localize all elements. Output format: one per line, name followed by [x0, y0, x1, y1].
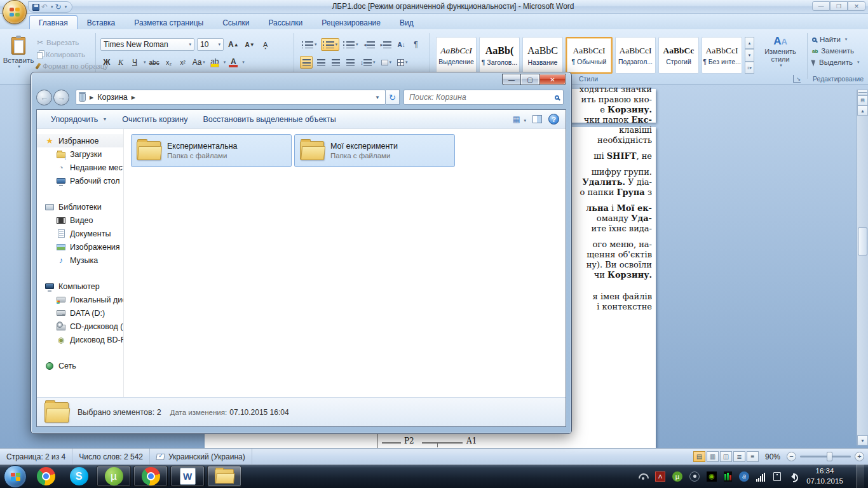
sidebar-item[interactable]: Музыка — [37, 254, 123, 267]
address-history-icon[interactable]: ▼ — [372, 95, 383, 100]
multilevel-list-button[interactable]: ▾ — [341, 38, 360, 51]
sidebar-item[interactable]: Компьютер — [37, 280, 123, 293]
zoom-in-button[interactable]: + — [855, 452, 864, 461]
paste-dropdown-icon[interactable]: ▾ — [18, 64, 20, 69]
strikethrough-button[interactable]: abc — [147, 56, 161, 69]
zoom-out-button[interactable]: − — [787, 452, 796, 461]
zoom-level[interactable]: 90% — [765, 452, 780, 461]
folder-content[interactable]: ЕкспериментальнаПапка с файламиМої експе… — [125, 129, 566, 397]
style-cell[interactable]: AaBbCcIПодзагол... — [615, 37, 656, 74]
font-color-button[interactable]: А — [227, 56, 240, 69]
styles-scroll-down-icon[interactable]: ▼ — [745, 49, 754, 61]
style-cell[interactable]: AaBbCcСтрогий — [658, 37, 699, 74]
align-left-button[interactable] — [300, 56, 313, 69]
style-cell[interactable]: AaBbCcIВыделение — [436, 37, 477, 74]
draft-view-button[interactable]: ≡ — [747, 451, 759, 462]
preview-pane-icon[interactable] — [532, 115, 542, 123]
styles-more-icon[interactable]: ≡▾ — [745, 62, 754, 74]
zoom-slider[interactable] — [800, 456, 851, 458]
toolbar-item[interactable]: Очистить корзину — [114, 112, 195, 126]
style-cell[interactable]: AaBbCcI¶ Обычный — [566, 37, 613, 74]
underline-button[interactable]: Ч — [128, 56, 141, 69]
justify-button[interactable] — [344, 56, 356, 69]
web-layout-view-button[interactable]: ◫ — [720, 451, 732, 462]
signal-icon[interactable] — [756, 471, 766, 482]
start-button[interactable] — [4, 465, 27, 488]
clear-formatting-button[interactable]: A͓ — [259, 38, 272, 51]
toolbar-item[interactable]: Упорядочить▼ — [43, 112, 114, 126]
refresh-button[interactable]: ↻ — [386, 90, 400, 105]
grow-font-button[interactable]: A▲ — [226, 38, 241, 51]
cut-button[interactable]: ✂ Вырезать — [37, 38, 108, 47]
folder-tile[interactable]: Мої експериментиПапка с файлами — [294, 134, 455, 167]
copy-button[interactable]: Копировать — [37, 50, 108, 59]
word-restore-button[interactable]: ❐ — [830, 1, 848, 11]
style-cell[interactable]: AaBbCНазвание — [522, 37, 563, 74]
folder-tile[interactable]: ЕкспериментальнаПапка с файлами — [131, 134, 292, 167]
highlight-caret-icon[interactable]: ▾ — [224, 60, 226, 65]
scheduler-icon[interactable] — [773, 472, 781, 481]
taskbar-chrome-pinned[interactable] — [33, 466, 58, 487]
replace-button[interactable]: ab Заменить — [812, 47, 860, 55]
adobe-reader-icon[interactable]: Λ — [655, 471, 665, 482]
help-icon[interactable]: ? — [548, 114, 559, 125]
audio-meter-icon[interactable] — [724, 471, 732, 482]
sidebar-item[interactable]: Документы — [37, 227, 123, 240]
steam-icon[interactable] — [689, 471, 700, 482]
taskbar-explorer[interactable] — [207, 466, 241, 487]
scroll-down-icon[interactable]: ▼ — [857, 435, 868, 445]
taskbar-skype[interactable]: S — [66, 466, 92, 487]
shading-button[interactable]: ▾ — [379, 56, 394, 69]
find-button[interactable]: Найти ▾ — [812, 36, 860, 43]
undo-icon[interactable]: ↶ — [41, 3, 48, 11]
numbering-button[interactable]: ▾ — [321, 38, 340, 51]
sidebar-item[interactable]: Недавние места — [37, 161, 123, 174]
ruler-toggle-button[interactable]: ▤ — [857, 95, 868, 105]
select-button[interactable]: Выделить ▾ — [812, 58, 860, 66]
page-indicator[interactable]: Страница: 2 из 4 — [0, 449, 72, 464]
sidebar-item[interactable]: Библиотеки — [37, 200, 123, 214]
office-button[interactable] — [3, 0, 27, 24]
font-family-combo[interactable]: Times New Roman ▾ — [100, 38, 194, 51]
subscript-button[interactable]: x₂ — [163, 56, 175, 69]
sidebar-item[interactable]: Видео — [37, 214, 123, 227]
print-layout-view-button[interactable]: ▤ — [693, 451, 705, 462]
word-close-button[interactable]: ✕ — [848, 1, 865, 11]
views-icon[interactable]: ▦ ▾ — [513, 114, 526, 124]
search-box[interactable] — [403, 90, 564, 105]
align-center-button[interactable] — [315, 56, 327, 69]
format-painter-button[interactable]: Формат по образцу — [37, 62, 108, 70]
borders-button[interactable]: ▾ — [395, 56, 410, 69]
tab-4[interactable]: Ссылки — [213, 15, 259, 29]
italic-button[interactable]: К — [114, 56, 127, 69]
sidebar-item[interactable]: Сеть — [37, 359, 123, 372]
underline-caret-icon[interactable]: ▾ — [144, 60, 146, 65]
style-cell[interactable]: AaBb(¶ Заголов... — [479, 37, 520, 74]
styles-dialog-launcher-icon[interactable]: ↘ — [793, 75, 801, 83]
redo-icon[interactable]: ↻ — [55, 3, 62, 11]
proofing-status[interactable]: Украинский (Украина) — [150, 449, 252, 464]
toolbar-item[interactable]: Восстановить выделенные объекты — [195, 112, 343, 126]
decrease-indent-button[interactable]: ◂ — [362, 38, 377, 51]
taskbar-clock[interactable]: 16:34 07.10.2015 — [805, 466, 844, 486]
utorrent-tray-icon[interactable]: µ — [672, 471, 682, 482]
sort-button[interactable]: А↓ — [395, 38, 408, 51]
sidebar-item[interactable]: CD-дисковод (F:) — [37, 320, 123, 333]
tab-3[interactable]: Разметка страницы — [125, 15, 213, 29]
increase-indent-button[interactable]: ▸ — [379, 38, 393, 51]
volume-icon[interactable] — [788, 471, 798, 482]
undo-dropdown-icon[interactable]: ▾ — [51, 4, 53, 10]
sidebar-item[interactable]: Загрузки — [37, 147, 123, 161]
show-marks-button[interactable]: ¶ — [410, 38, 423, 51]
scrollbar-thumb[interactable] — [858, 227, 867, 255]
scroll-up-icon[interactable]: ▲ — [857, 105, 868, 116]
explorer-close-button[interactable]: ✕ — [539, 74, 566, 85]
change-case-button[interactable]: Aa▾ — [191, 56, 207, 69]
font-size-combo[interactable]: 10 ▾ — [197, 38, 224, 51]
tab-1[interactable]: Главная — [29, 15, 78, 29]
zoom-slider-thumb[interactable] — [827, 452, 832, 461]
sidebar-item[interactable]: Рабочий стол — [37, 174, 123, 187]
address-bar[interactable]: ▶ Корзина ▶ ▼ — [76, 90, 386, 105]
breadcrumb[interactable]: Корзина — [97, 93, 128, 102]
outline-view-button[interactable]: ≣ — [733, 451, 745, 462]
